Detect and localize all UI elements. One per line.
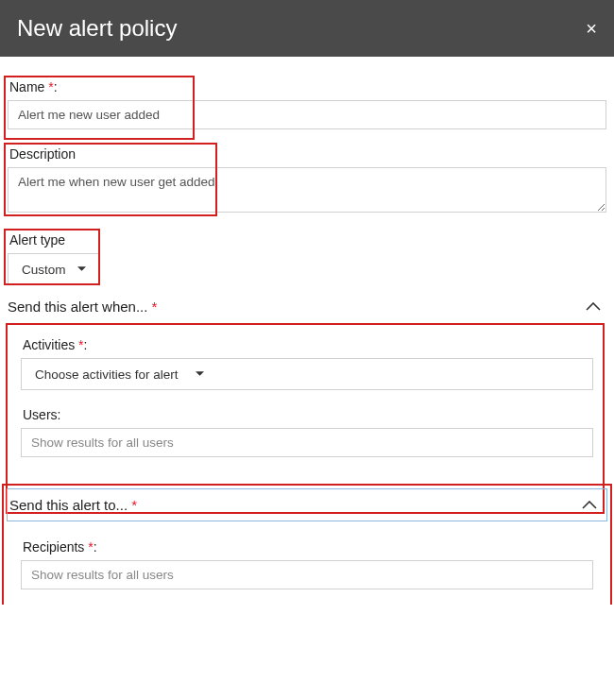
activities-label: Activities *: [21,337,593,352]
section-to: Send this alert to... * Recipients *: [8,489,606,597]
caret-down-icon [77,266,86,272]
description-group: Description Alert me when new user get a… [8,146,606,215]
description-label: Description [8,146,606,162]
section-when: Send this alert when... * Activities *: … [8,295,606,472]
section-when-title: Send this alert when... * [8,299,157,315]
activities-value: Choose activities for alert [35,367,179,382]
section-to-title: Send this alert to... * [9,497,137,513]
caret-down-icon [196,371,204,377]
chevron-up-icon [582,501,597,510]
name-input[interactable] [8,100,606,129]
activities-group: Activities *: Choose activities for aler… [21,337,593,390]
alert-type-dropdown[interactable]: Custom [8,253,100,285]
activities-dropdown[interactable]: Choose activities for alert [21,358,593,390]
users-label: Users: [21,407,593,422]
section-when-header[interactable]: Send this alert when... * [8,295,606,318]
users-input[interactable] [21,428,593,457]
chevron-up-icon [586,302,601,312]
close-icon[interactable]: × [586,18,597,40]
section-to-body: Recipients *: [8,521,606,597]
section-when-body: Activities *: Choose activities for aler… [8,318,606,472]
alert-type-group: Alert type Custom [8,232,606,285]
dialog-header: New alert policy × [0,0,614,57]
dialog-title: New alert policy [17,15,177,42]
recipients-input[interactable] [21,560,593,589]
section-to-header[interactable]: Send this alert to... * [8,489,606,521]
recipients-group: Recipients *: [21,539,593,589]
alert-type-value: Custom [22,263,66,277]
name-group: Name *: [8,79,606,129]
recipients-label: Recipients *: [21,539,593,555]
alert-type-label: Alert type [8,232,606,248]
description-input[interactable]: Alert me when new user get added [8,167,606,213]
users-group: Users: [21,407,593,457]
name-label: Name *: [8,79,606,94]
